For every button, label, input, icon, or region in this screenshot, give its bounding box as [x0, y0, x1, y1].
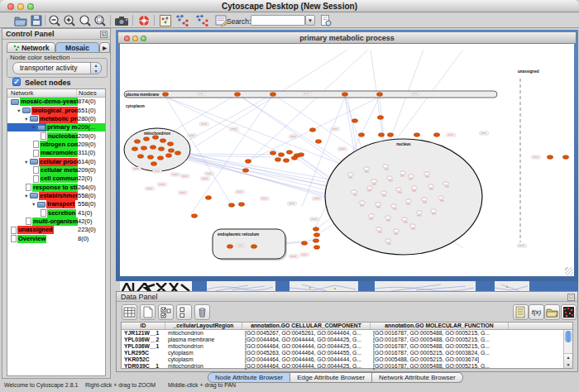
table-scrollbar[interactable]: ▲▼: [563, 330, 572, 368]
node-color-combobox[interactable]: transporter activity ▲▼: [12, 62, 102, 74]
table-row[interactable]: YPL036W__2plasma membrane[GO:0044464, GO…: [122, 337, 572, 343]
node-count: 41(0): [78, 209, 105, 218]
combobox-stepper[interactable]: ▲▼: [90, 62, 102, 74]
svg-text:nucleus: nucleus: [396, 142, 411, 146]
snapshot-icon[interactable]: [114, 14, 129, 27]
minimize-button[interactable]: [17, 3, 24, 10]
zoom-in-icon[interactable]: [63, 14, 76, 27]
tab-network[interactable]: Network: [7, 42, 55, 53]
tree-row[interactable]: ▼metabolic process280(0): [7, 115, 105, 123]
file-icon: [33, 166, 39, 174]
tree-row[interactable]: macromolecule311(0): [7, 149, 105, 157]
zoom-button[interactable]: [27, 3, 34, 10]
network-name: metabolic process: [39, 115, 78, 123]
tree-row[interactable]: nucleobase-209(0): [7, 131, 105, 140]
table-row[interactable]: YJR121W__1mitochondrion[GO:0045267, GO:0…: [122, 330, 572, 337]
network-name: nitrogen compo: [40, 141, 78, 149]
tab-mosaic[interactable]: Mosaic: [55, 42, 99, 53]
expand-arrow-icon[interactable]: ▼: [24, 158, 30, 166]
expand-arrow-icon[interactable]: ▼: [17, 107, 22, 115]
tree-row[interactable]: secretion41(0): [7, 208, 105, 217]
table-row[interactable]: YKR052Ccytoplasm[GO:0044464, GO:0044446,…: [122, 356, 572, 363]
zoom-fit-icon[interactable]: [79, 14, 92, 27]
data-panel-float-icon[interactable]: ◱: [567, 294, 575, 301]
network-tab-icon: [13, 45, 20, 51]
tree-row[interactable]: mosaic-demo-yeast874(0): [7, 98, 105, 106]
network-overview-icon[interactable]: [159, 14, 172, 27]
data-panel-header: Data Panel ◱: [117, 292, 577, 302]
node-count: 311(0): [78, 149, 105, 157]
status-pan-hint: Middle-click + drag to PAN: [168, 382, 236, 388]
layout-icon-2[interactable]: [195, 14, 209, 27]
tree-row[interactable]: nitrogen compo209(0): [7, 141, 105, 149]
view-minimize-button[interactable]: [132, 36, 138, 41]
zoom-selected-icon[interactable]: [93, 14, 107, 27]
status-bar: Welcome to Cytoscape 2.8.1 Right-click +…: [0, 382, 579, 390]
formula-icon[interactable]: f(x): [529, 304, 544, 320]
tree-row[interactable]: ▼transport558(0): [7, 200, 105, 208]
folder-icon: [30, 116, 38, 122]
float-panel-icon[interactable]: ◱: [100, 31, 108, 38]
select-nodes-checkbox[interactable]: ✓: [12, 78, 21, 86]
background-window-fragment: [495, 281, 529, 291]
tree-row[interactable]: multi-organism pro42(0): [7, 218, 105, 226]
tab-overflow-arrow[interactable]: ▶: [99, 42, 110, 53]
table-scrollbar-thumb[interactable]: [565, 331, 572, 342]
table-row[interactable]: YPL036W__1mitochondrion[GO:0044464, GO:0…: [122, 343, 572, 350]
tree-row[interactable]: ▼establishment of lo558(0): [7, 192, 105, 200]
tree-row[interactable]: Overview8(0): [7, 235, 105, 243]
delete-attribute-icon[interactable]: [194, 304, 210, 320]
annotation-icon[interactable]: [214, 14, 227, 27]
tree-row[interactable]: unassigned223(0): [7, 226, 105, 234]
network-view-titlebar[interactable]: primary metabolic process: [117, 31, 577, 44]
table-row[interactable]: YLR295Ccytoplasm[GO:0045263, GO:0044464,…: [122, 350, 572, 356]
view-zoom-button[interactable]: [141, 36, 146, 41]
tree-row[interactable]: ▼cellular process614(0): [7, 157, 105, 165]
search-config-icon[interactable]: [319, 14, 333, 27]
data-panel: Data Panel ◱ f(x) ID _cellularLayoutRegi…: [116, 291, 578, 372]
close-button[interactable]: [7, 3, 14, 10]
resize-grip[interactable]: [565, 267, 573, 275]
expand-arrow-icon[interactable]: ▼: [24, 192, 30, 200]
network-canvas[interactable]: plasma membranecytoplasmmitochondrionnuc…: [120, 44, 574, 276]
tree-row[interactable]: cellular metabol209(0): [7, 166, 105, 174]
folder-icon: [11, 99, 19, 105]
table-row[interactable]: YDR039C__1mitochondrion[GO:0044464, GO:0…: [122, 363, 572, 370]
network-name: Overview: [17, 235, 46, 243]
zoom-out-icon[interactable]: [48, 14, 61, 27]
open-attribute-file-icon[interactable]: [544, 304, 560, 320]
open-session-icon[interactable]: [14, 14, 27, 27]
background-window-fragment: [275, 281, 290, 291]
network-name: secretion: [47, 209, 76, 218]
attr-table-icon[interactable]: [122, 304, 137, 320]
node-count: 280(0): [78, 115, 105, 123]
help-icon[interactable]: [137, 14, 151, 27]
expand-arrow-icon[interactable]: ▼: [31, 123, 37, 131]
tree-row[interactable]: ▼primary metabol209(...: [7, 123, 105, 131]
layout-icon-1[interactable]: [175, 14, 189, 27]
view-close-button[interactable]: [124, 36, 130, 41]
new-attribute-icon[interactable]: [140, 304, 156, 320]
expand-arrow-icon[interactable]: ▼: [31, 200, 37, 208]
import-attributes-icon[interactable]: [513, 304, 529, 320]
matrix-icon[interactable]: [561, 304, 577, 320]
svg-text:cytoplasm: cytoplasm: [126, 104, 145, 108]
col-header-molecular-function[interactable]: annotation.GO MOLECULAR_FUNCTION: [371, 323, 509, 329]
file-icon: [26, 184, 31, 191]
network-name: multi-organism pro: [32, 218, 78, 226]
unselect-attributes-icon[interactable]: [176, 304, 192, 320]
col-header-id[interactable]: ID: [122, 323, 165, 329]
tree-row[interactable]: ▼biological_process651(0): [7, 106, 105, 114]
table-scrollbar-arrows[interactable]: ▲▼: [564, 353, 572, 368]
select-attributes-icon[interactable]: [158, 304, 174, 320]
expand-arrow-icon[interactable]: ▼: [24, 115, 30, 123]
save-session-icon[interactable]: [30, 14, 43, 27]
search-input[interactable]: [251, 15, 305, 26]
col-header-cellular-component[interactable]: annotation.GO CELLULAR_COMPONENT: [242, 323, 371, 329]
tree-row[interactable]: cell communicat22(0): [7, 174, 105, 183]
col-header-region[interactable]: _cellularLayoutRegion: [165, 323, 242, 329]
tree-row[interactable]: response to stimulu264(0): [7, 183, 105, 191]
search-dropdown-arrow[interactable]: ▼: [305, 15, 315, 26]
node-color-combobox-value: transporter activity: [20, 64, 77, 72]
network-name: unassigned: [17, 226, 54, 234]
